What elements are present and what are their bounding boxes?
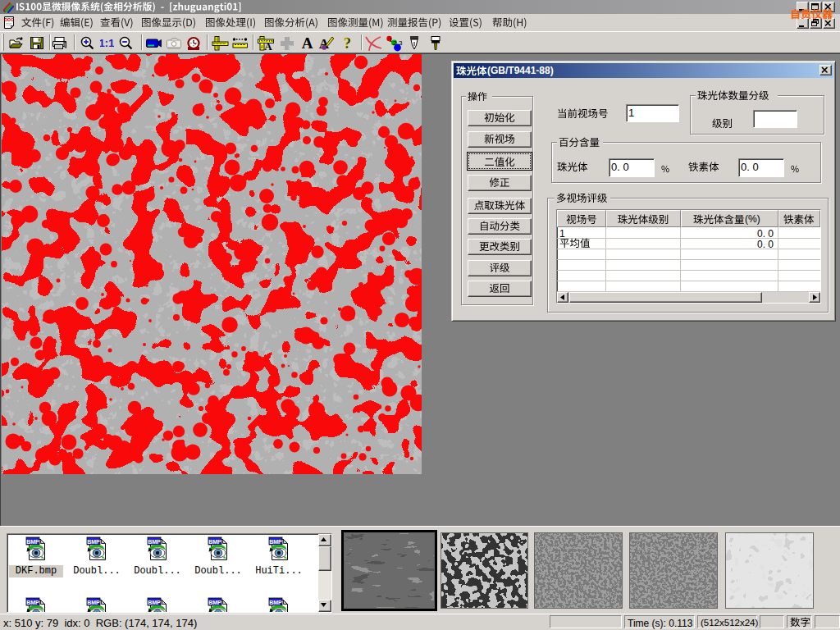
svg-text:A: A <box>302 35 313 51</box>
svg-text:A: A <box>264 40 272 51</box>
svg-text:BMP: BMP <box>269 600 282 605</box>
svg-text:2: 2 <box>393 39 397 47</box>
svg-text:BMP: BMP <box>26 539 39 545</box>
svg-text:BMP: BMP <box>208 539 221 545</box>
svg-text:BMP: BMP <box>26 600 39 605</box>
svg-text:3: 3 <box>399 39 403 47</box>
svg-text:?: ? <box>344 35 351 51</box>
svg-text:BMP: BMP <box>87 539 100 545</box>
svg-text:BMP: BMP <box>208 600 221 605</box>
svg-text:DOC: DOC <box>4 17 14 22</box>
svg-text:BMP: BMP <box>87 600 100 605</box>
svg-text:BMP: BMP <box>269 539 282 545</box>
svg-text:BMP: BMP <box>148 600 161 605</box>
svg-text:BMP: BMP <box>148 539 161 545</box>
svg-text:1:1: 1:1 <box>100 37 114 49</box>
